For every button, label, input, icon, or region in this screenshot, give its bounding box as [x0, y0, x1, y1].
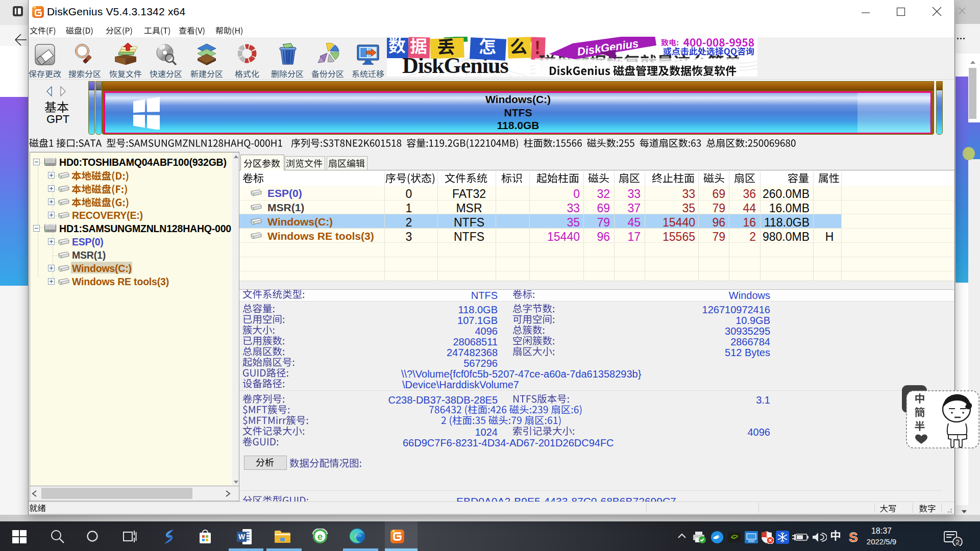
svg-text:2: 2: [955, 538, 959, 546]
svg-text:W: W: [238, 533, 246, 541]
svg-text:intel: intel: [748, 539, 754, 543]
svg-text:e: e: [317, 531, 323, 542]
svg-text:S: S: [849, 530, 857, 545]
